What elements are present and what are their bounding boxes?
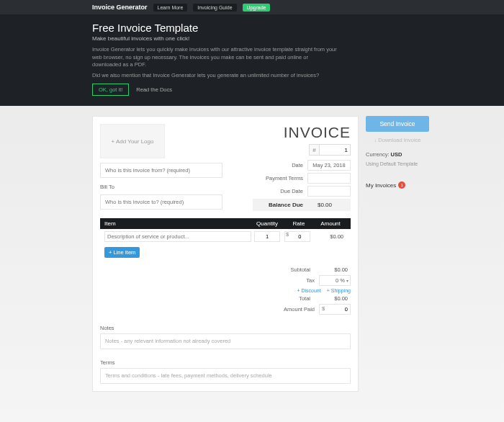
from-input[interactable]: [100, 163, 222, 178]
due-date-label: Due Date: [253, 188, 303, 194]
terms-label: Terms: [100, 359, 351, 366]
invoice-count-badge: 1: [398, 181, 405, 189]
invoice-title: INVOICE: [253, 124, 351, 141]
learn-more-button[interactable]: Learn More: [153, 4, 188, 12]
download-invoice-button[interactable]: ↓ Download Invoice: [366, 135, 429, 145]
payment-terms-label: Payment Terms: [253, 175, 303, 181]
paid-prefix: $: [322, 305, 325, 312]
hero-title: Free Invoice Template: [92, 22, 412, 34]
chevron-down-icon: ▾: [346, 278, 348, 283]
col-amount: Amount: [315, 220, 346, 227]
hero-subtitle: Make beautiful invoices with one click!: [92, 35, 412, 42]
add-discount-link[interactable]: + Discount: [297, 288, 320, 293]
add-logo-button[interactable]: + Add Your Logo: [100, 124, 165, 158]
ok-got-it-button[interactable]: OK, got it!: [92, 84, 129, 96]
total-label: Total: [260, 295, 310, 302]
notes-input[interactable]: Notes - any relevant information not alr…: [100, 333, 351, 349]
balance-due-label: Balance Due: [269, 202, 303, 208]
tax-select[interactable]: 0 %▾: [319, 275, 351, 286]
hero-paragraph-2: Did we also mention that Invoice Generat…: [92, 72, 337, 80]
item-amount-value: $0.00: [315, 233, 346, 240]
invoice-sheet: + Add Your Logo Bill To INVOICE # Date P…: [92, 116, 359, 392]
item-description-input[interactable]: [104, 231, 251, 242]
add-shipping-link[interactable]: + Shipping: [327, 288, 351, 293]
template-label: Using Default Template: [366, 161, 429, 166]
due-date-input[interactable]: [307, 186, 351, 197]
col-quantity: Quantity: [251, 220, 283, 227]
invoice-number-input[interactable]: [319, 144, 351, 156]
bill-to-label: Bill To: [100, 184, 222, 190]
send-invoice-button[interactable]: Send Invoice: [366, 116, 429, 132]
terms-input[interactable]: Terms and conditions - late fees, paymen…: [100, 368, 351, 384]
sidebar: Send Invoice ↓ Download Invoice Currency…: [366, 116, 429, 189]
total-value: $0.00: [315, 295, 351, 302]
payment-terms-input[interactable]: [307, 173, 351, 184]
hero: Free Invoice Template Make beautiful inv…: [0, 14, 504, 106]
items-header: Item Quantity Rate Amount: [100, 218, 351, 229]
item-quantity-input[interactable]: [254, 231, 280, 242]
balance-due-value: $0.00: [318, 202, 346, 208]
date-label: Date: [253, 162, 303, 169]
invoicing-guide-button[interactable]: Invoicing Guide: [193, 4, 236, 12]
rate-prefix: $: [286, 231, 289, 242]
col-item: Item: [104, 220, 251, 227]
subtotal-value: $0.00: [315, 266, 351, 273]
date-input[interactable]: [307, 160, 351, 171]
line-item-row: $ $0.00: [100, 229, 351, 244]
col-rate: Rate: [283, 220, 315, 227]
read-docs-link[interactable]: Read the Docs: [136, 86, 172, 93]
currency-value: USD: [391, 151, 402, 158]
topbar: Invoice Generator Learn More Invoicing G…: [0, 0, 504, 14]
hero-paragraph-1: Invoice Generator lets you quickly make …: [92, 46, 337, 69]
amount-paid-label: Amount Paid: [264, 306, 315, 313]
currency-label: Currency: USD: [366, 151, 429, 158]
to-input[interactable]: [100, 194, 222, 210]
tax-label: Tax: [264, 277, 315, 284]
my-invoices-link[interactable]: My Invoices1: [366, 181, 429, 189]
subtotal-label: Subtotal: [260, 266, 310, 273]
brand: Invoice Generator: [92, 4, 148, 11]
upgrade-button[interactable]: Upgrade: [243, 4, 271, 12]
notes-label: Notes: [100, 325, 351, 331]
invoice-number-label: #: [309, 144, 319, 156]
add-line-item-button[interactable]: + Line Item: [104, 247, 140, 258]
